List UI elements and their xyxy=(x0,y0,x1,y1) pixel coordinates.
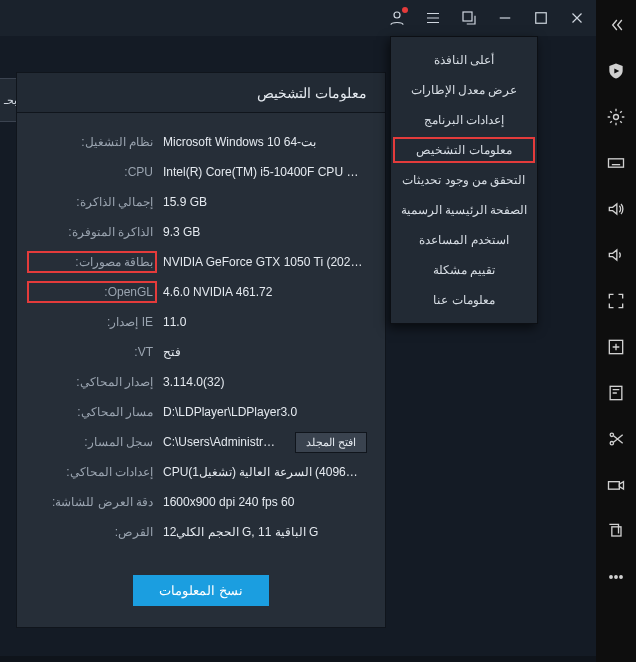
settings-menu: أعلى النافذةعرض معدل الإطاراتإعدادات الب… xyxy=(390,36,538,324)
diag-label: دقة العرض للشاشة: xyxy=(31,495,153,509)
diag-value: Microsoft Windows 10 64-بت xyxy=(163,135,367,149)
diag-value: CPU(1تشغيل) السرعة العالية (4096M):(نواة… xyxy=(163,465,367,479)
svg-rect-10 xyxy=(609,482,620,490)
menu-item[interactable]: الصفحة الرئيسية الرسمية xyxy=(391,195,537,225)
diag-value: 15.9 GB xyxy=(163,195,367,209)
svg-rect-5 xyxy=(609,159,624,167)
diag-label: مسار المحاكي: xyxy=(31,405,153,419)
diag-label: OpenGL: xyxy=(31,285,153,299)
camera-icon[interactable] xyxy=(605,474,627,496)
diag-row: VT:فتح xyxy=(31,337,367,367)
diag-label: إصدار المحاكي: xyxy=(31,375,153,389)
layers-icon[interactable] xyxy=(605,520,627,542)
svg-point-4 xyxy=(614,115,619,120)
copy-info-button[interactable]: نسخ المعلومات xyxy=(133,575,269,606)
diag-row: مسار المحاكي:D:\LDPlayer\LDPlayer3.0 xyxy=(31,397,367,427)
diag-value: 9.3 GB xyxy=(163,225,367,239)
diag-row: سجل المسار:C:\Users\Administrator\AppDat… xyxy=(31,427,367,457)
menu-item[interactable]: أعلى النافذة xyxy=(391,45,537,75)
diag-value: D:\LDPlayer\LDPlayer3.0 xyxy=(163,405,367,419)
diag-value: 11.0 xyxy=(163,315,367,329)
diagnostics-dialog: معلومات التشخيص نظام التشغيل:Microsoft W… xyxy=(16,72,386,628)
menu-item[interactable]: تقييم مشكلة xyxy=(391,255,537,285)
minimize-button[interactable] xyxy=(496,9,514,27)
svg-point-0 xyxy=(394,12,400,18)
diag-label: سجل المسار: xyxy=(31,435,153,449)
diag-row: إجمالي الذاكرة:15.9 GB xyxy=(31,187,367,217)
diag-label: إجمالي الذاكرة: xyxy=(31,195,153,209)
plus-box-icon[interactable] xyxy=(605,336,627,358)
svg-point-8 xyxy=(610,433,613,436)
diag-row: CPU:Intel(R) Core(TM) i5-10400F CPU @ 2.… xyxy=(31,157,367,187)
svg-point-14 xyxy=(620,576,623,579)
menu-item[interactable]: إعدادات البرنامج xyxy=(391,105,537,135)
bottom-divider xyxy=(0,656,596,662)
diag-value: 12الحجم الكلي G, الباقية 11 G xyxy=(163,525,367,539)
diag-label: VT: xyxy=(31,345,153,359)
diag-value: 3.114.0(32) xyxy=(163,375,367,389)
menu-item[interactable]: عرض معدل الإطارات xyxy=(391,75,537,105)
diag-value: 4.6.0 NVIDIA 461.72 xyxy=(163,285,367,299)
keyboard-icon[interactable] xyxy=(605,152,627,174)
svg-point-13 xyxy=(615,576,618,579)
profile-icon[interactable] xyxy=(388,9,406,27)
diag-row: الذاكرة المتوفرة:9.3 GB xyxy=(31,217,367,247)
multi-window-icon[interactable] xyxy=(460,9,478,27)
diag-row: إصدار المحاكي:3.114.0(32) xyxy=(31,367,367,397)
menu-item[interactable]: معلومات التشخيص xyxy=(391,135,537,165)
menu-item[interactable]: استخدم المساعدة xyxy=(391,225,537,255)
side-toolbar xyxy=(596,0,636,662)
volume-up-icon[interactable] xyxy=(605,198,627,220)
diag-value: NVIDIA GeForce GTX 1050 Ti (2021022 xyxy=(163,255,367,269)
diag-value: Intel(R) Core(TM) i5-10400F CPU @ 2.90 xyxy=(163,165,367,179)
scissors-icon[interactable] xyxy=(605,428,627,450)
dialog-title: معلومات التشخيص xyxy=(17,73,385,113)
apk-icon[interactable] xyxy=(605,382,627,404)
diag-value: C:\Users\Administrator\AppData\Roami... xyxy=(163,435,277,449)
diag-row: القرص:12الحجم الكلي G, الباقية 11 G xyxy=(31,517,367,547)
diag-label: بطاقة مصورات: xyxy=(31,255,153,269)
dots-icon[interactable] xyxy=(605,566,627,588)
svg-point-12 xyxy=(610,576,613,579)
menu-item[interactable]: التحقق من وجود تحديثات xyxy=(391,165,537,195)
gear-icon[interactable] xyxy=(605,106,627,128)
notification-dot xyxy=(402,7,408,13)
diag-row: نظام التشغيل:Microsoft Windows 10 64-بت xyxy=(31,127,367,157)
diag-row: IE إصدار:11.0 xyxy=(31,307,367,337)
open-folder-button[interactable]: افتح المجلد xyxy=(295,432,367,453)
title-bar xyxy=(0,0,596,36)
diagnostics-rows: نظام التشغيل:Microsoft Windows 10 64-بتC… xyxy=(17,113,385,557)
fullscreen-icon[interactable] xyxy=(605,290,627,312)
diag-label: إعدادات المحاكي: xyxy=(31,465,153,479)
volume-down-icon[interactable] xyxy=(605,244,627,266)
svg-rect-1 xyxy=(463,12,472,21)
diag-label: نظام التشغيل: xyxy=(31,135,153,149)
diag-label: CPU: xyxy=(31,165,153,179)
hamburger-menu-icon[interactable] xyxy=(424,9,442,27)
diag-label: القرص: xyxy=(31,525,153,539)
close-button[interactable] xyxy=(568,9,586,27)
svg-rect-11 xyxy=(612,527,621,536)
diag-row: إعدادات المحاكي:CPU(1تشغيل) السرعة العال… xyxy=(31,457,367,487)
maximize-button[interactable] xyxy=(532,9,550,27)
diag-row: OpenGL:4.6.0 NVIDIA 461.72 xyxy=(31,277,367,307)
app-surface: لبحـ معلومات التشخيص نظام التشغيل:Micros… xyxy=(0,0,596,662)
diag-row: دقة العرض للشاشة:1600x900 dpi 240 fps 60 xyxy=(31,487,367,517)
diag-label: الذاكرة المتوفرة: xyxy=(31,225,153,239)
shield-icon[interactable] xyxy=(605,60,627,82)
diag-value: 1600x900 dpi 240 fps 60 xyxy=(163,495,367,509)
svg-point-9 xyxy=(610,442,613,445)
diag-row: بطاقة مصورات:NVIDIA GeForce GTX 1050 Ti … xyxy=(31,247,367,277)
diag-value: فتح xyxy=(163,345,367,359)
diag-label: IE إصدار: xyxy=(31,315,153,329)
svg-rect-2 xyxy=(536,13,547,24)
menu-item[interactable]: معلومات عنا xyxy=(391,285,537,315)
chevrons-icon[interactable] xyxy=(605,14,627,36)
